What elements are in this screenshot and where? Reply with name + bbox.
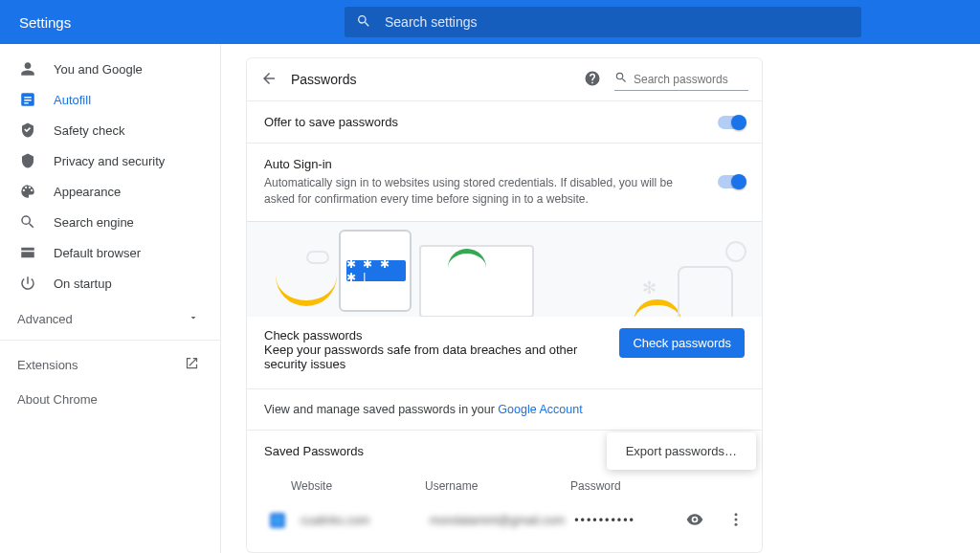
open-external-icon (185, 356, 199, 373)
extensions-label: Extensions (17, 358, 78, 372)
sidebar-item-safety-check[interactable]: Safety check (0, 115, 220, 145)
svg-point-2 (735, 522, 738, 525)
sidebar-item-extensions[interactable]: Extensions (0, 346, 220, 383)
settings-sidebar: You and Google Autofill Safety check Pri… (0, 44, 220, 553)
sidebar-item-privacy[interactable]: Privacy and security (0, 145, 220, 176)
more-actions-icon[interactable] (727, 511, 745, 531)
sidebar-item-label: Search engine (54, 215, 134, 230)
sidebar-item-default-browser[interactable]: Default browser (0, 237, 220, 268)
browser-icon (19, 244, 36, 261)
cell-username: mondalamint@gmail.com (430, 514, 565, 527)
sidebar-item-label: Autofill (54, 93, 91, 107)
sidebar-item-appearance[interactable]: Appearance (0, 176, 220, 207)
sidebar-item-you-and-google[interactable]: You and Google (0, 54, 220, 84)
shield-icon (19, 152, 36, 169)
back-button[interactable] (260, 70, 278, 90)
power-icon (19, 275, 36, 292)
auto-signin-desc: Automatically sign in to websites using … (264, 175, 702, 208)
advanced-toggle[interactable]: Advanced (0, 299, 220, 336)
sidebar-item-label: Safety check (54, 123, 124, 138)
palette-icon (19, 183, 36, 200)
password-badge-graphic: ✱ ✱ ✱ ✱ | (346, 260, 406, 281)
google-account-link[interactable]: Google Account (498, 403, 582, 416)
chevron-down-icon (188, 312, 199, 326)
search-passwords-input[interactable] (634, 73, 748, 86)
advanced-label: Advanced (17, 312, 73, 326)
person-icon (19, 60, 36, 77)
search-passwords[interactable] (614, 68, 748, 91)
sidebar-item-label: Appearance (54, 185, 121, 199)
check-passwords-button[interactable]: Check passwords (619, 328, 745, 358)
search-icon (356, 13, 371, 32)
sidebar-item-search-engine[interactable]: Search engine (0, 207, 220, 237)
column-username: Username (425, 479, 561, 493)
sidebar-item-about[interactable]: About Chrome (0, 383, 220, 416)
sidebar-item-label: You and Google (54, 62, 143, 77)
sidebar-item-autofill[interactable]: Autofill (0, 84, 220, 115)
check-illustration: ✱ ✱ ✱ ✱ | ✻ (247, 221, 762, 317)
show-password-icon[interactable] (685, 510, 704, 532)
help-icon[interactable] (584, 70, 601, 90)
global-search-input[interactable] (385, 14, 850, 30)
shield-check-icon (19, 122, 36, 139)
auto-signin-label: Auto Sign-in (264, 157, 702, 171)
column-password: Password (570, 479, 676, 493)
global-search[interactable] (345, 7, 861, 37)
svg-point-1 (735, 518, 738, 520)
cell-website: cualinks.com (301, 514, 420, 527)
app-title: Settings (19, 14, 345, 31)
svg-point-0 (735, 513, 738, 516)
passwords-card: Passwords Offer to save passwords Auto S… (246, 57, 763, 553)
cell-password: •••••••••• (574, 514, 676, 527)
page-title: Passwords (291, 72, 570, 87)
search-icon (614, 71, 628, 87)
divider (0, 340, 220, 341)
about-label: About Chrome (17, 392, 98, 407)
auto-signin-section: Auto Sign-in Automatically sign in to we… (247, 143, 762, 221)
sidebar-item-label: Privacy and security (54, 154, 165, 168)
offer-save-label: Offer to save passwords (264, 115, 702, 129)
export-passwords-menu-item[interactable]: Export passwords… (607, 432, 756, 470)
search-icon (19, 213, 36, 231)
auto-signin-toggle[interactable] (718, 175, 745, 188)
column-website: Website (291, 479, 415, 493)
check-passwords-title: Check passwords (264, 328, 606, 343)
offer-save-toggle[interactable] (718, 116, 745, 129)
sidebar-item-label: On startup (54, 276, 112, 291)
site-favicon (270, 513, 285, 528)
view-manage-text: View and manage saved passwords in your … (247, 388, 762, 430)
password-row[interactable]: cualinks.com mondalamint@gmail.com •••••… (264, 510, 745, 532)
autofill-icon (19, 91, 36, 108)
sidebar-item-label: Default browser (54, 246, 141, 260)
check-passwords-desc: Keep your passwords safe from data breac… (264, 343, 606, 371)
sidebar-item-on-startup[interactable]: On startup (0, 268, 220, 299)
view-manage-prefix: View and manage saved passwords in your (264, 403, 498, 416)
offer-save-section: Offer to save passwords (247, 100, 762, 143)
